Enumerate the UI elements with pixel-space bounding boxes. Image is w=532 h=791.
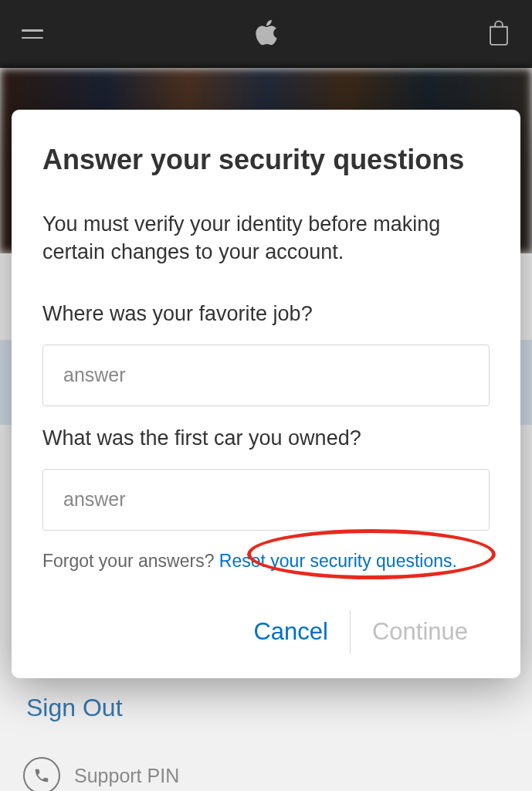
security-answer-2-input[interactable] xyxy=(42,469,490,531)
continue-button[interactable]: Continue xyxy=(351,609,490,655)
security-question-1-block: Where was your favorite job? xyxy=(42,302,490,406)
security-answer-1-input[interactable] xyxy=(42,345,490,406)
security-question-2-block: What was the first car you owned? xyxy=(42,426,490,531)
apple-logo-icon[interactable] xyxy=(253,17,280,51)
navbar xyxy=(0,0,532,68)
modal-subtitle: You must verify your identity before mak… xyxy=(42,210,490,266)
sign-out-link[interactable]: Sign Out xyxy=(26,694,123,722)
security-question-1-label: Where was your favorite job? xyxy=(42,302,490,326)
support-pin-row[interactable]: Support PIN xyxy=(23,757,179,791)
security-question-2-label: What was the first car you owned? xyxy=(42,426,490,450)
support-pin-label: Support PIN xyxy=(74,765,179,787)
phone-icon xyxy=(23,757,60,791)
reset-security-questions-link[interactable]: Reset your security questions. xyxy=(219,551,457,571)
shopping-bag-icon[interactable] xyxy=(487,19,510,49)
cancel-button[interactable]: Cancel xyxy=(232,609,350,655)
forgot-answers-prefix: Forgot your answers? xyxy=(42,551,219,571)
forgot-answers-row: Forgot your answers? Reset your security… xyxy=(42,551,490,572)
security-questions-modal: Answer your security questions You must … xyxy=(12,110,520,678)
modal-title: Answer your security questions xyxy=(42,144,490,176)
menu-icon[interactable] xyxy=(22,29,43,39)
modal-button-row: Cancel Continue xyxy=(42,609,490,655)
